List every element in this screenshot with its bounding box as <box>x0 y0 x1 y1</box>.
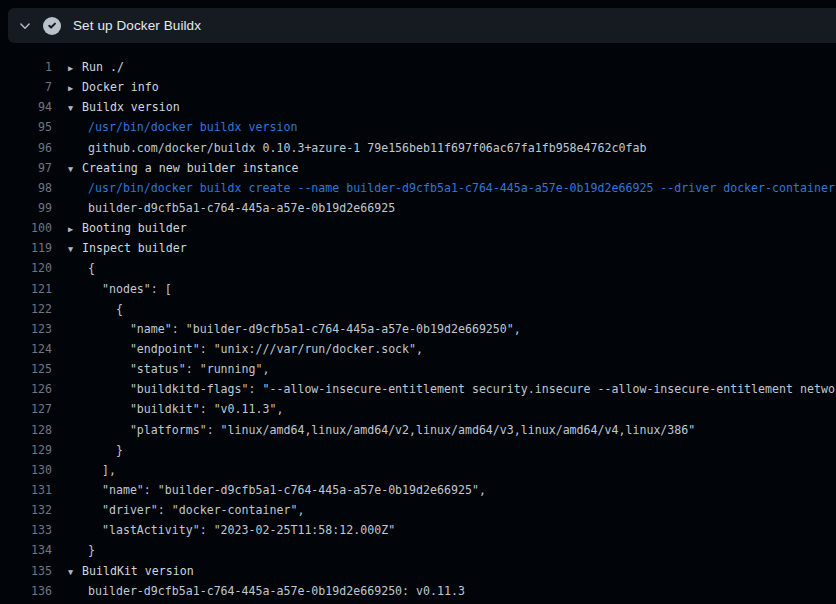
check-circle-icon <box>43 17 61 35</box>
output-text: "lastActivity": "2023-02-25T11:58:12.000… <box>88 520 395 540</box>
output-text: { <box>88 299 123 319</box>
group-title: Booting builder <box>82 221 187 235</box>
output-text: "buildkit": "v0.11.3", <box>88 399 283 419</box>
triangle-down-icon[interactable]: ▼ <box>68 159 82 178</box>
log-line: 128 "platforms": "linux/amd64,linux/amd6… <box>0 420 836 440</box>
group-title: Inspect builder <box>82 241 187 255</box>
output-text: "endpoint": "unix:///var/run/docker.sock… <box>88 339 423 359</box>
log-group-toggle[interactable]: ▼Creating a new builder instance <box>68 158 298 178</box>
line-number[interactable]: 99 <box>0 198 52 218</box>
log-line: 96github.com/docker/buildx 0.10.3+azure-… <box>0 138 836 158</box>
output-text: "driver": "docker-container", <box>88 500 304 520</box>
log-viewer: 1▶Run ./7▶Docker info94▼Buildx version95… <box>0 43 836 604</box>
log-group-toggle[interactable]: ▼Inspect builder <box>68 238 187 258</box>
line-number[interactable]: 98 <box>0 178 52 198</box>
log-line: 1▶Run ./ <box>0 57 836 77</box>
log-line: 97▼Creating a new builder instance <box>0 158 836 178</box>
line-number[interactable]: 123 <box>0 319 52 339</box>
log-line: 133 "lastActivity": "2023-02-25T11:58:12… <box>0 520 836 540</box>
group-title: BuildKit version <box>82 564 194 578</box>
output-text: } <box>88 440 123 460</box>
line-number[interactable]: 127 <box>0 399 52 419</box>
log-line: 132 "driver": "docker-container", <box>0 500 836 520</box>
log-line: 123 "name": "builder-d9cfb5a1-c764-445a-… <box>0 319 836 339</box>
line-number[interactable]: 7 <box>0 77 52 97</box>
group-title: Buildx version <box>82 100 180 114</box>
triangle-right-icon[interactable]: ▶ <box>68 219 82 238</box>
log-line: 99builder-d9cfb5a1-c764-445a-a57e-0b19d2… <box>0 198 836 218</box>
log-group-toggle[interactable]: ▶Run ./ <box>68 57 124 77</box>
output-text: builder-d9cfb5a1-c764-445a-a57e-0b19d2e6… <box>88 581 465 601</box>
line-number[interactable]: 119 <box>0 238 52 258</box>
line-number[interactable]: 94 <box>0 97 52 117</box>
triangle-right-icon[interactable]: ▶ <box>68 58 82 77</box>
log-line: 119▼Inspect builder <box>0 238 836 258</box>
line-number[interactable]: 126 <box>0 379 52 399</box>
log-line: 121 "nodes": [ <box>0 279 836 299</box>
command-text: /usr/bin/docker buildx version <box>88 117 297 137</box>
line-number[interactable]: 120 <box>0 258 52 278</box>
log-line: 135▼BuildKit version <box>0 561 836 581</box>
triangle-down-icon[interactable]: ▼ <box>68 239 82 258</box>
output-text: "nodes": [ <box>88 279 172 299</box>
triangle-right-icon[interactable]: ▶ <box>68 78 82 97</box>
group-title: Run ./ <box>82 60 124 74</box>
log-group-toggle[interactable]: ▶Booting builder <box>68 218 187 238</box>
line-number[interactable]: 133 <box>0 520 52 540</box>
line-number[interactable]: 96 <box>0 138 52 158</box>
command-text: /usr/bin/docker buildx create --name bui… <box>88 178 835 198</box>
log-group-toggle[interactable]: ▼Buildx version <box>68 97 180 117</box>
line-number[interactable]: 122 <box>0 299 52 319</box>
line-number[interactable]: 121 <box>0 279 52 299</box>
log-line: 94▼Buildx version <box>0 97 836 117</box>
triangle-down-icon[interactable]: ▼ <box>68 98 82 117</box>
chevron-down-icon[interactable] <box>18 19 32 33</box>
output-text: "name": "builder-d9cfb5a1-c764-445a-a57e… <box>88 480 486 500</box>
line-number[interactable]: 95 <box>0 117 52 137</box>
line-number[interactable]: 135 <box>0 561 52 581</box>
log-line: 127 "buildkit": "v0.11.3", <box>0 399 836 419</box>
line-number[interactable]: 1 <box>0 57 52 77</box>
output-text: { <box>88 258 95 278</box>
line-number[interactable]: 128 <box>0 420 52 440</box>
group-title: Creating a new builder instance <box>82 161 298 175</box>
output-text: builder-d9cfb5a1-c764-445a-a57e-0b19d2e6… <box>88 198 395 218</box>
output-text: "status": "running", <box>88 359 269 379</box>
log-line: 95/usr/bin/docker buildx version <box>0 117 836 137</box>
group-title: Docker info <box>82 80 159 94</box>
log-lines: 1▶Run ./7▶Docker info94▼Buildx version95… <box>0 57 836 601</box>
log-line: 134} <box>0 540 836 560</box>
line-number[interactable]: 136 <box>0 581 52 601</box>
log-group-toggle[interactable]: ▼BuildKit version <box>68 561 194 581</box>
line-number[interactable]: 125 <box>0 359 52 379</box>
log-line: 7▶Docker info <box>0 77 836 97</box>
log-line: 124 "endpoint": "unix:///var/run/docker.… <box>0 339 836 359</box>
line-number[interactable]: 130 <box>0 460 52 480</box>
line-number[interactable]: 129 <box>0 440 52 460</box>
line-number[interactable]: 97 <box>0 158 52 178</box>
output-text: "buildkitd-flags": "--allow-insecure-ent… <box>88 379 836 399</box>
line-number[interactable]: 131 <box>0 480 52 500</box>
output-text: "name": "builder-d9cfb5a1-c764-445a-a57e… <box>88 319 521 339</box>
line-number[interactable]: 132 <box>0 500 52 520</box>
log-line: 130 ], <box>0 460 836 480</box>
step-header[interactable]: Set up Docker Buildx <box>8 8 836 43</box>
output-text: ], <box>88 460 116 480</box>
log-line: 136builder-d9cfb5a1-c764-445a-a57e-0b19d… <box>0 581 836 601</box>
output-text: "platforms": "linux/amd64,linux/amd64/v2… <box>88 420 695 440</box>
log-group-toggle[interactable]: ▶Docker info <box>68 77 159 97</box>
log-line: 129 } <box>0 440 836 460</box>
triangle-down-icon[interactable]: ▼ <box>68 562 82 581</box>
log-line: 100▶Booting builder <box>0 218 836 238</box>
step-title: Set up Docker Buildx <box>73 18 201 33</box>
log-line: 125 "status": "running", <box>0 359 836 379</box>
log-line: 98/usr/bin/docker buildx create --name b… <box>0 178 836 198</box>
output-text: } <box>88 540 95 560</box>
line-number[interactable]: 134 <box>0 540 52 560</box>
log-line: 122 { <box>0 299 836 319</box>
line-number[interactable]: 124 <box>0 339 52 359</box>
log-line: 120{ <box>0 258 836 278</box>
line-number[interactable]: 100 <box>0 218 52 238</box>
output-text: github.com/docker/buildx 0.10.3+azure-1 … <box>88 138 646 158</box>
log-line: 126 "buildkitd-flags": "--allow-insecure… <box>0 379 836 399</box>
